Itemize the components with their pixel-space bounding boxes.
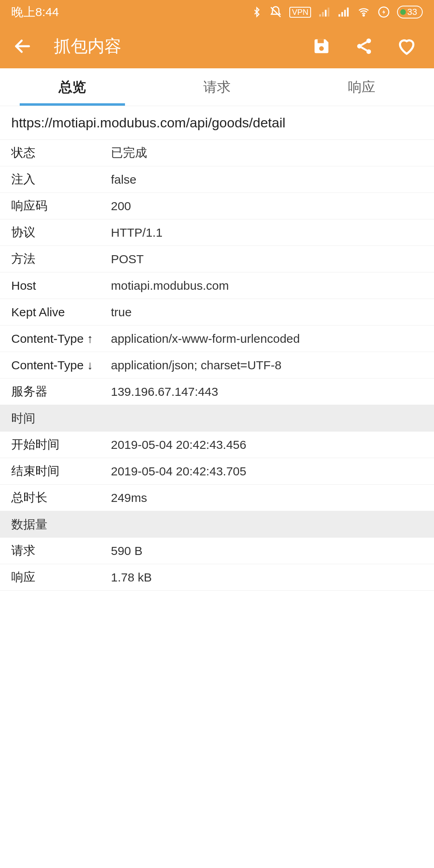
row-end-time[interactable]: 结束时间 2019-05-04 20:42:43.705 [0,458,434,485]
section-data-header: 数据量 [0,511,434,538]
row-label: 状态 [11,145,111,161]
row-value: true [111,305,423,319]
row-value: POST [111,252,423,266]
status-indicators: VPN 33 [252,6,423,18]
back-button[interactable] [11,35,34,57]
row-host[interactable]: Host motiapi.modubus.com [0,272,434,299]
row-label: 总时长 [11,489,111,506]
row-value: 249ms [111,491,423,505]
row-label: 注入 [11,171,111,188]
row-label: 方法 [11,251,111,267]
favorite-button[interactable] [395,35,418,57]
tab-request[interactable]: 请求 [145,68,289,106]
tab-response[interactable]: 响应 [289,68,434,106]
row-label: Host [11,279,111,293]
row-label: Kept Alive [11,305,111,319]
wifi-icon [357,6,371,18]
charging-icon [378,6,390,18]
row-start-time[interactable]: 开始时间 2019-05-04 20:42:43.456 [0,432,434,458]
share-button[interactable] [353,35,375,57]
bluetooth-icon [252,6,262,18]
svg-point-3 [366,39,371,43]
row-total-duration[interactable]: 总时长 249ms [0,485,434,511]
row-value: HTTP/1.1 [111,226,423,240]
row-label: 响应 [11,569,111,585]
signal-icon-2 [338,6,350,18]
save-button[interactable] [310,35,333,57]
row-status[interactable]: 状态 已完成 [0,140,434,166]
row-label: 请求 [11,542,111,559]
row-value: 已完成 [111,145,423,161]
row-value: application/json; charset=UTF-8 [111,358,423,372]
tab-overview-label: 总览 [59,78,86,96]
signal-icon-1 [318,6,330,18]
row-protocol[interactable]: 协议 HTTP/1.1 [0,219,434,246]
tab-overview[interactable]: 总览 [0,68,145,106]
row-value: false [111,173,423,186]
row-method[interactable]: 方法 POST [0,246,434,272]
tab-response-label: 响应 [348,78,375,96]
row-response-size[interactable]: 响应 1.78 kB [0,564,434,591]
row-label: 结束时间 [11,463,111,479]
page-title: 抓包内容 [54,35,310,57]
row-value: 1.78 kB [111,571,423,584]
app-bar: 抓包内容 [0,24,434,68]
row-value: 2019-05-04 20:42:43.456 [111,438,423,452]
battery-indicator: 33 [397,6,423,18]
row-inject[interactable]: 注入 false [0,166,434,193]
row-label: 开始时间 [11,436,111,453]
row-label: 协议 [11,224,111,241]
row-content-type-down[interactable]: Content-Type ↓ application/json; charset… [0,352,434,379]
row-value: 200 [111,199,423,213]
row-value: 590 B [111,544,423,558]
url-row[interactable]: https://motiapi.modubus.com/api/goods/de… [0,106,434,140]
row-value: motiapi.modubus.com [111,279,423,293]
tab-request-label: 请求 [203,78,231,96]
tabs: 总览 请求 响应 [0,68,434,106]
row-content-type-up[interactable]: Content-Type ↑ application/x-www-form-ur… [0,326,434,352]
section-time-header: 时间 [0,405,434,432]
row-label: 响应码 [11,198,111,214]
row-label: Content-Type ↑ [11,332,111,346]
mute-icon [269,6,282,18]
status-time: 晚上8:44 [11,4,59,20]
row-server[interactable]: 服务器 139.196.67.147:443 [0,379,434,405]
vpn-icon: VPN [289,7,311,18]
row-kept-alive[interactable]: Kept Alive true [0,299,434,326]
battery-level: 33 [407,7,417,17]
svg-point-0 [363,14,364,16]
row-value: application/x-www-form-urlencoded [111,332,423,346]
row-value: 2019-05-04 20:42:43.705 [111,465,423,478]
row-label: 服务器 [11,383,111,400]
svg-point-2 [319,46,324,51]
row-value: 139.196.67.147:443 [111,385,423,399]
svg-point-5 [366,49,371,54]
row-code[interactable]: 响应码 200 [0,193,434,219]
row-request-size[interactable]: 请求 590 B [0,538,434,564]
row-label: Content-Type ↓ [11,358,111,372]
status-bar: 晚上8:44 VPN 33 [0,0,434,24]
svg-point-4 [357,44,362,49]
